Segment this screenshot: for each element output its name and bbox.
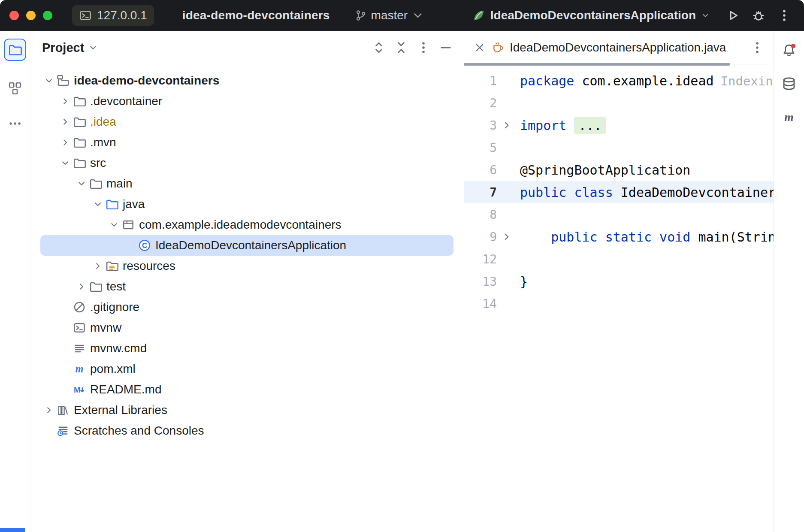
- tree-item-label: .idea: [90, 115, 116, 129]
- remote-host-chip[interactable]: 127.0.0.1: [72, 5, 154, 26]
- tree-item-com-example-ideademodevcontainers[interactable]: com.example.ideademodevcontainers: [40, 215, 453, 235]
- project-tree[interactable]: idea-demo-devcontainers.devcontainer.ide…: [30, 64, 464, 532]
- expand-all-button[interactable]: [372, 41, 386, 54]
- tree-item-label: External Libraries: [74, 403, 167, 417]
- editor-options-button[interactable]: [750, 41, 764, 54]
- project-tool-button[interactable]: [4, 39, 26, 61]
- terminal-icon: [79, 9, 92, 22]
- chevron-spacer: [124, 239, 137, 252]
- project-panel: Project idea-demo-devcontainers.devconta…: [30, 31, 464, 532]
- tree-item-scratches-and-consoles[interactable]: Scratches and Consoles: [40, 420, 453, 441]
- ignored-icon: [73, 301, 86, 314]
- tree-item-mvnw[interactable]: mvnw: [40, 317, 453, 338]
- fullscreen-window-button[interactable]: [43, 11, 52, 20]
- indexing-inlay: Indexing...: [721, 74, 774, 88]
- tree-item-label: .gitignore: [90, 300, 139, 314]
- notifications-bell-icon[interactable]: [782, 43, 796, 57]
- tree-item-label: mvnw.cmd: [90, 342, 147, 355]
- database-tool-icon[interactable]: [782, 76, 796, 91]
- indexing-progress-bar: [464, 63, 730, 66]
- chevron-down-icon[interactable]: [75, 177, 88, 190]
- fold-chevron-icon[interactable]: [497, 232, 517, 242]
- code-line-3: 3import ...: [464, 114, 774, 136]
- tree-item-devcontainer[interactable]: .devcontainer: [40, 91, 453, 112]
- project-name[interactable]: idea-demo-devcontainers: [182, 9, 330, 22]
- code-text: @SpringBootApplication: [517, 163, 690, 178]
- structure-icon: [8, 82, 22, 95]
- chevron-right-icon[interactable]: [75, 280, 88, 293]
- folder-icon: [73, 157, 86, 169]
- code-text: public static void main(Strin: [517, 230, 774, 245]
- tree-item-pom-xml[interactable]: mpom.xml: [40, 359, 453, 379]
- code-line-13: 13}: [464, 270, 774, 293]
- code-line-5: 5: [464, 136, 774, 159]
- more-tools-button[interactable]: [4, 116, 26, 131]
- more-icon: [8, 117, 22, 130]
- folder-project-icon: [57, 74, 70, 87]
- chevron-right-icon[interactable]: [42, 403, 56, 417]
- close-window-button[interactable]: [9, 11, 19, 20]
- structure-tool-button[interactable]: [4, 81, 26, 96]
- tree-item-external-libraries[interactable]: External Libraries: [40, 400, 453, 420]
- editor-content[interactable]: 1package com.example.ideadIndexing...23i…: [464, 64, 774, 532]
- textfile-icon: [73, 342, 86, 355]
- tree-item-mvn[interactable]: .mvn: [40, 132, 453, 153]
- tree-item-label: idea-demo-devcontainers: [74, 74, 219, 88]
- folder-icon: [73, 115, 86, 128]
- chevron-down-icon[interactable]: [107, 218, 121, 232]
- tree-item-test[interactable]: test: [40, 276, 453, 297]
- code-line-8: 8: [464, 203, 774, 226]
- tree-item-main[interactable]: main: [40, 173, 453, 194]
- tree-item-label: com.example.ideademodevcontainers: [139, 218, 342, 232]
- tree-item-label: mvnw: [90, 321, 121, 335]
- ide-window: 127.0.0.1 idea-demo-devcontainers master…: [0, 0, 804, 532]
- chevron-right-icon[interactable]: [91, 259, 105, 273]
- host-address: 127.0.0.1: [97, 9, 147, 22]
- tree-item-idea-demo-devcontainers[interactable]: idea-demo-devcontainers: [40, 70, 453, 91]
- progress-indicator: [0, 528, 25, 532]
- debug-button[interactable]: [752, 9, 765, 22]
- chevron-right-icon[interactable]: [58, 94, 72, 108]
- titlebar: 127.0.0.1 idea-demo-devcontainers master…: [0, 0, 804, 31]
- run-button[interactable]: [726, 9, 740, 22]
- tree-item-label: Scratches and Consoles: [74, 424, 204, 438]
- tree-item-java[interactable]: java: [40, 194, 453, 215]
- hide-panel-button[interactable]: [439, 41, 453, 54]
- tree-item-label: .devcontainer: [90, 94, 162, 108]
- chevron-down-icon[interactable]: [58, 156, 72, 170]
- collapse-all-button[interactable]: [394, 41, 408, 54]
- tree-item-gitignore[interactable]: .gitignore: [40, 297, 453, 317]
- chevron-spacer: [58, 383, 72, 396]
- chevron-right-icon[interactable]: [58, 115, 72, 129]
- chevron-down-icon[interactable]: [91, 197, 105, 211]
- maven-tool-icon[interactable]: m: [782, 110, 796, 124]
- left-tool-stripe: [0, 31, 30, 532]
- editor-tab[interactable]: IdeaDemoDevcontainersApplication.java: [470, 31, 729, 64]
- main-area: Project idea-demo-devcontainers.devconta…: [0, 31, 804, 532]
- chevron-right-icon[interactable]: [58, 136, 72, 149]
- tree-item-label: test: [106, 280, 126, 293]
- code-text: package com.example.ideadIndexing...: [517, 73, 774, 88]
- minimize-window-button[interactable]: [26, 11, 36, 20]
- tree-item-src[interactable]: src: [40, 153, 453, 173]
- folder-icon: [89, 177, 102, 190]
- project-view-selector[interactable]: Project: [42, 41, 98, 55]
- project-panel-header: Project: [30, 31, 464, 64]
- project-panel-title: Project: [42, 41, 84, 55]
- tree-item-ideademodevcontainersapplication[interactable]: CIdeaDemoDevcontainersApplication: [40, 235, 453, 256]
- run-configuration-selector[interactable]: IdeaDemoDevcontainersApplication: [472, 9, 710, 22]
- panel-options-button[interactable]: [417, 41, 430, 54]
- tree-item-mvnw-cmd[interactable]: mvnw.cmd: [40, 338, 453, 359]
- tree-item-idea[interactable]: .idea: [40, 112, 453, 132]
- fold-chevron-icon[interactable]: [497, 120, 517, 130]
- class-icon: C: [138, 239, 151, 252]
- tree-item-readme-md[interactable]: MREADME.md: [40, 379, 453, 400]
- chevron-down-icon[interactable]: [42, 74, 56, 88]
- more-actions-button[interactable]: [777, 9, 791, 22]
- branch-name: master: [371, 9, 408, 22]
- git-branch-icon: [355, 9, 367, 21]
- tree-item-resources[interactable]: resources: [40, 256, 453, 276]
- close-tab-icon[interactable]: [474, 42, 486, 54]
- git-branch-widget[interactable]: master: [355, 9, 424, 22]
- chevron-spacer: [58, 300, 72, 314]
